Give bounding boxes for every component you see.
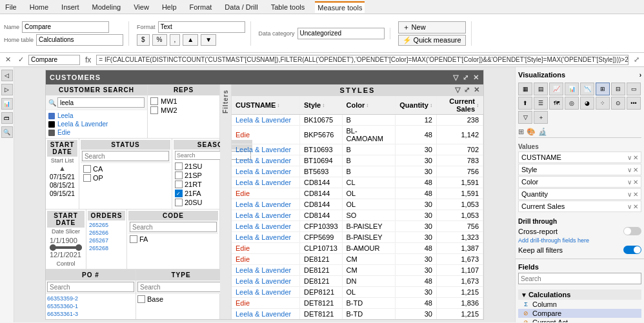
formula-expand-icon[interactable]: ⤢ [631,55,641,65]
value-item-x[interactable]: ✕ [633,203,638,210]
value-item[interactable]: Style ∨ ✕ [518,164,641,175]
decimal-down-btn[interactable]: ▼ [201,34,216,46]
viz-panel-expand[interactable]: › [639,72,641,79]
value-item-x[interactable]: ✕ [633,154,638,161]
viz-icon-pie[interactable]: ◕ [580,97,594,110]
menu-view[interactable]: View [131,2,152,12]
date-item[interactable]: 09/15/21 [50,190,75,198]
slider-thumb-right[interactable] [75,244,82,251]
reps-item[interactable]: MW1 [150,97,217,106]
field-item-compare[interactable]: ⊘Compare [518,309,641,318]
season-checkbox[interactable] [175,181,183,188]
start-date-arrow[interactable]: ▲ [47,164,77,172]
menu-measure-tools[interactable]: Measure tools [315,1,365,13]
quick-measure-btn[interactable]: ⚡ Quick measure [398,35,466,46]
styles-expand-icon[interactable]: ⤢ [464,86,471,94]
po-item[interactable]: 66353361-3 [47,310,134,318]
col-header-style[interactable]: Style↕ [299,96,342,115]
left-icon-4[interactable]: 🗃 [1,112,13,124]
left-icon-5[interactable]: 🔍 [1,126,13,138]
viz-icon-custom[interactable]: ＋ [534,111,548,124]
styles-close-icon[interactable]: ✕ [474,86,481,94]
col-header-quantity[interactable]: Quantity↕ [396,96,437,115]
table-row[interactable]: Edie CLP10713 B-AMOUR 48 1,387 [232,243,483,254]
customer-item[interactable]: Edie [48,128,145,137]
menu-format[interactable]: Format [187,2,215,12]
table-row[interactable]: Leela & Lavender CD8144 SO 30 1,053 [232,210,483,221]
value-item-chevron[interactable]: ∨ [627,203,632,210]
data-category-input[interactable] [297,28,385,39]
value-item-chevron[interactable]: ∨ [627,166,632,173]
value-item[interactable]: Current Sales ∨ ✕ [518,201,641,212]
status-item[interactable]: OP [83,173,168,182]
dollar-btn[interactable]: $ [137,34,150,46]
value-item-x[interactable]: ✕ [633,191,638,198]
viz-icon-slicer[interactable]: ☰ [534,97,548,110]
header-filter-icon[interactable]: ▽ [453,73,459,82]
new-measure-btn[interactable]: ＋ New [398,21,466,34]
viz-icon-kpi[interactable]: ⬆ [518,97,532,110]
table-row[interactable]: Leela & Lavender BK10675 B 12 238 [232,115,483,126]
menu-insert[interactable]: Insert [59,2,82,12]
status-item[interactable]: CA [83,164,168,173]
type-checkbox[interactable] [137,295,145,303]
col-header-sales[interactable]: Current Sales↕ [436,96,483,115]
viz-icon-filter[interactable]: ▽ [518,111,532,124]
viz-icon-line2[interactable]: 📉 [580,83,594,95]
viz-icon-map[interactable]: 🗺 [549,97,563,110]
value-item[interactable]: CUSTNAME ∨ ✕ [518,152,641,163]
table-row[interactable]: Leela & Lavender DE8121 DN 48 1,673 [232,276,483,287]
value-item-x[interactable]: ✕ [633,166,638,173]
value-item-chevron[interactable]: ∨ [627,191,632,198]
value-item-x[interactable]: ✕ [633,179,638,186]
viz-icon-more[interactable]: ••• [627,97,641,110]
viz-icon-scatter[interactable]: ⁘ [596,97,610,110]
customer-search-input[interactable] [57,97,145,108]
type-search-input[interactable] [137,282,225,292]
viz-icon-table[interactable]: ⊞ [596,83,610,95]
formula-expression[interactable]: = IF(CALCULATE(DISTINCTCOUNT('CUSTMAST'[… [96,55,629,65]
home-table-input[interactable] [36,34,123,46]
name-input[interactable] [22,21,109,33]
table-row[interactable]: Leela & Lavender BT10694 B 30 783 [232,155,483,166]
table-row[interactable]: Leela & Lavender DE8121 CM 30 1,107 [232,265,483,276]
menu-table-tools[interactable]: Table tools [268,2,308,12]
viz-icon-bar[interactable]: ▦ [518,83,532,95]
order-item[interactable]: 265267 [89,237,124,244]
left-icon-2[interactable]: ▷ [1,84,13,95]
add-fields-btn[interactable]: Add drill-through fields here [518,236,641,245]
status-search-input[interactable] [82,151,169,161]
keep-filters-toggle[interactable] [623,246,641,254]
table-row[interactable]: Leela & Lavender DET8121 B-TD 30 1,215 [232,309,483,320]
order-item[interactable]: 265268 [89,244,124,252]
status-checkbox[interactable] [83,174,91,182]
menu-help[interactable]: Help [159,2,179,12]
fields-search-input[interactable] [518,273,641,284]
po-item[interactable]: 66353359-2 [47,295,134,302]
table-row[interactable]: Leela & Lavender BT10693 B 30 702 [232,144,483,155]
table-row[interactable]: Edie DE8121 CM 30 1,673 [232,254,483,265]
formula-confirm-icon[interactable]: ✓ [15,55,26,65]
viz-icon-matrix[interactable]: ⊟ [611,83,625,95]
value-item-chevron[interactable]: ∨ [627,154,632,161]
po-item[interactable]: 65353360-1 [47,302,134,310]
order-item[interactable]: 265266 [89,229,124,237]
customer-item[interactable]: Leela [48,112,145,120]
code-checkbox[interactable] [130,235,137,243]
value-item[interactable]: Quantity ∨ ✕ [518,188,641,200]
value-item-chevron[interactable]: ∨ [627,179,632,186]
field-item-current-act...[interactable]: ⊘Current Act... [518,318,641,322]
table-row[interactable]: Edie DET8121 B-TD 48 1,836 [232,298,483,309]
table-row[interactable]: Leela & Lavender CD8144 CL 48 1,591 [232,177,483,188]
table-row[interactable]: Leela & Lavender CD8144 OL 30 1,053 [232,199,483,210]
viz-sub-analytics-icon[interactable]: 🔬 [538,128,547,136]
field-category-header-calculations[interactable]: ▼ Calculations [518,289,641,300]
reps-item[interactable]: MW2 [150,106,217,115]
type-item[interactable]: Base [137,295,225,304]
customer-item[interactable]: Leela & Lavender [48,120,145,128]
season-checkbox[interactable] [175,171,183,179]
field-item-column[interactable]: ΣColumn [518,300,641,309]
viz-icon-line[interactable]: 📈 [549,83,563,95]
left-icon-3[interactable]: 📊 [1,98,13,110]
menu-data-drill[interactable]: Data / Drill [222,2,260,12]
